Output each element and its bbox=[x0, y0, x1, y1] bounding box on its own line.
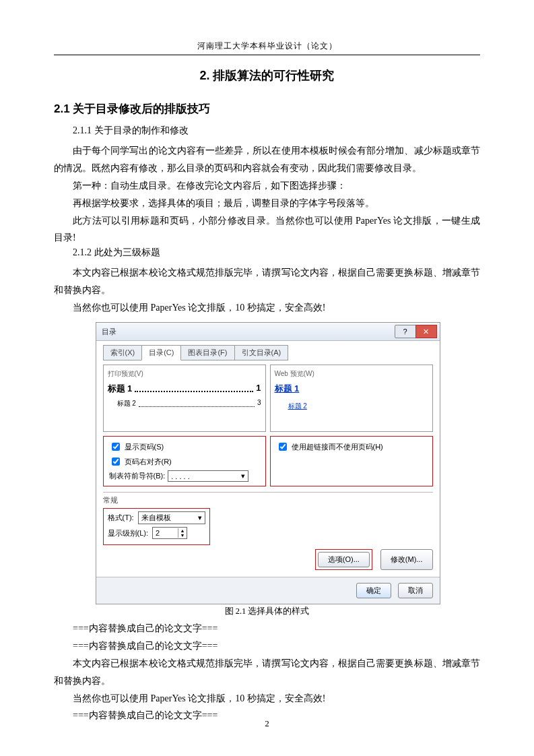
hyperlink-options: 使用超链接而不使用页码(H) bbox=[270, 436, 433, 486]
options-button[interactable]: 选项(O)... bbox=[318, 552, 370, 567]
show-pagenum-label: 显示页码(S) bbox=[125, 442, 164, 452]
figure-caption: 图 2.1 选择具体的样式 bbox=[54, 606, 480, 617]
print-preview-label: 打印预览(V) bbox=[108, 369, 261, 379]
page-number: 2 bbox=[0, 718, 534, 729]
format-label: 格式(T): bbox=[108, 513, 134, 523]
toc-heading-1: 标题 1 bbox=[108, 383, 133, 395]
use-hyperlinks-label: 使用超链接而不使用页码(H) bbox=[292, 442, 383, 452]
paragraph: 本文内容已根据本校论文格式规范排版完毕，请撰写论文内容，根据自己需要更换标题、增… bbox=[54, 264, 480, 299]
toc-heading-2: 标题 2 bbox=[117, 399, 136, 408]
close-button[interactable]: ✕ bbox=[415, 325, 437, 338]
tab-figures[interactable]: 图表目录(F) bbox=[180, 345, 234, 360]
header-rule bbox=[54, 55, 480, 55]
dialog-tabs: 索引(X) 目录(C) 图表目录(F) 引文目录(A) bbox=[103, 345, 433, 360]
subsection-title-1: 2.1.1 关于目录的制作和修改 bbox=[54, 125, 480, 137]
tab-citations[interactable]: 引文目录(A) bbox=[234, 345, 289, 360]
chapter-title: 2. 排版算法的可行性研究 bbox=[54, 67, 480, 84]
tab-toc[interactable]: 目录(C) bbox=[141, 345, 181, 360]
web-preview-label: Web 预览(W) bbox=[275, 369, 428, 379]
modify-button[interactable]: 修改(M)... bbox=[380, 549, 433, 570]
right-align-label: 页码右对齐(R) bbox=[125, 457, 172, 467]
paragraph: ===内容替换成自己的论文文字=== bbox=[54, 620, 480, 637]
general-label: 常规 bbox=[103, 495, 433, 505]
paragraph: 第一种：自动生成目录。在修改完论文内容后，如下图选择步骤： bbox=[54, 177, 480, 195]
page-number-options: 显示页码(S) 页码右对齐(R) 制表符前导符(B): . . . . . ▾ bbox=[103, 436, 266, 486]
section-title: 2.1 关于目录修改后的排版技巧 bbox=[54, 101, 480, 117]
tab-leader-label: 制表符前导符(B): bbox=[109, 471, 166, 481]
paragraph: 再根据学校要求，选择具体的项目；最后，调整目录的字体字号段落等。 bbox=[54, 195, 480, 212]
web-preview-panel: Web 预览(W) 标题 1 标题 2 bbox=[270, 365, 433, 432]
figure-dialog: 目录 ? ✕ 索引(X) 目录(C) 图表目录(F) 引文目录(A) 打印预览(… bbox=[96, 322, 439, 604]
help-button[interactable]: ? bbox=[395, 325, 416, 338]
print-preview-panel: 打印预览(V) 标题 1 1 标题 2 3 bbox=[103, 365, 266, 432]
web-link-1[interactable]: 标题 1 bbox=[275, 383, 428, 395]
show-levels-label: 显示级别(L): bbox=[108, 528, 149, 538]
use-hyperlinks-checkbox[interactable] bbox=[279, 443, 287, 451]
paragraph: 此方法可以引用标题和页码，小部分修改目录。当然你也可以使用 PaperYes 论… bbox=[54, 212, 480, 247]
ok-button[interactable]: 确定 bbox=[356, 583, 391, 598]
subsection-title-2: 2.1.2 此处为三级标题 bbox=[54, 247, 480, 259]
cancel-button[interactable]: 取消 bbox=[398, 583, 433, 598]
dialog-titlebar: 目录 ? ✕ bbox=[96, 323, 440, 341]
tab-index[interactable]: 索引(X) bbox=[103, 345, 143, 360]
tab-leader-select[interactable]: . . . . . ▾ bbox=[168, 470, 248, 482]
show-pagenum-checkbox[interactable] bbox=[112, 443, 120, 451]
paragraph: 当然你也可以使用 PaperYes 论文排版，10 秒搞定，安全高效! bbox=[54, 299, 480, 317]
dialog-title-text: 目录 bbox=[102, 327, 395, 337]
toc-page-2: 3 bbox=[257, 399, 261, 408]
format-select[interactable]: 来自模板 ▾ bbox=[138, 511, 205, 524]
paragraph: 当然你也可以使用 PaperYes 论文排版，10 秒搞定，安全高效! bbox=[54, 690, 480, 707]
web-link-2[interactable]: 标题 2 bbox=[288, 402, 307, 411]
paragraph: 由于每个同学写出的论文内容有一些差异，所以在使用本模板时候会有部分增加、减少标题… bbox=[54, 142, 480, 177]
toc-dialog: 目录 ? ✕ 索引(X) 目录(C) 图表目录(F) 引文目录(A) 打印预览(… bbox=[96, 322, 440, 604]
paragraph: ===内容替换成自己的论文文字=== bbox=[54, 637, 480, 655]
right-align-checkbox[interactable] bbox=[112, 458, 120, 466]
paragraph: 本文内容已根据本校论文格式规范排版完毕，请撰写论文内容，根据自己需要更换标题、增… bbox=[54, 655, 480, 690]
chevron-down-icon: ▾ bbox=[198, 513, 202, 522]
show-levels-spinner[interactable]: 2 ▲▼ bbox=[152, 527, 187, 539]
toc-page-1: 1 bbox=[256, 383, 261, 395]
chevron-down-icon: ▾ bbox=[241, 472, 245, 480]
page-header: 河南理工大学本科毕业设计（论文） bbox=[54, 40, 480, 52]
